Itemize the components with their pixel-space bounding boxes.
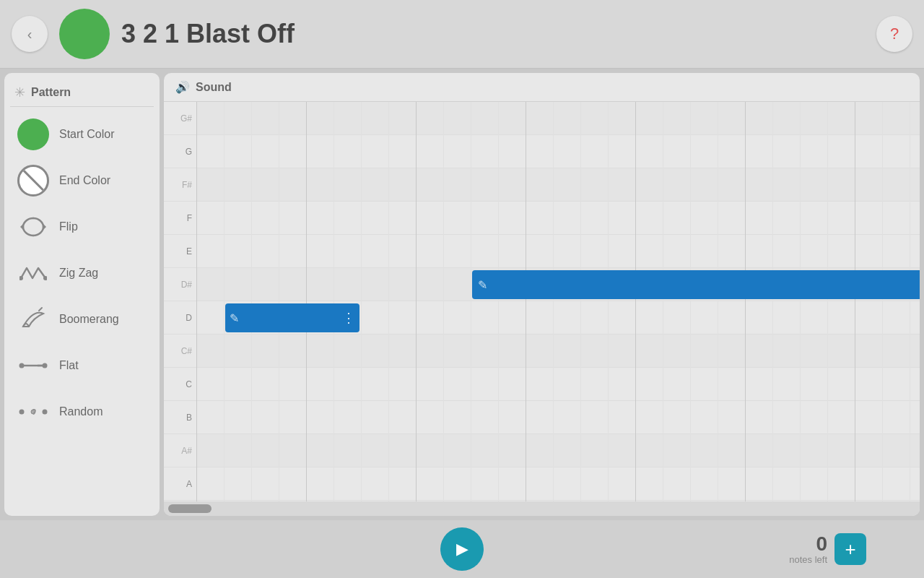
add-button[interactable]: + — [834, 533, 866, 565]
piano-roll: G# G F# F E D# D C# C B A# A ✎ ⋮ ✎ ⋮ — [164, 102, 920, 501]
note-label-csharp: C# — [164, 335, 196, 368]
app-title: 3 2 1 Blast Off — [121, 19, 865, 49]
play-button[interactable]: ▶ — [440, 527, 484, 571]
zigzag-icon — [19, 262, 47, 284]
flat-icon-container — [17, 350, 49, 381]
flip-icon — [20, 214, 46, 240]
sidebar-header: ✳ Pattern — [10, 82, 154, 107]
sidebar-item-flat[interactable]: Flat — [10, 344, 154, 387]
note-pencil-icon: ✎ — [225, 311, 243, 325]
grid-inner: ✎ ⋮ ✎ ⋮ — [196, 102, 920, 501]
grid-row-f — [196, 202, 920, 235]
note-label-asharp: A# — [164, 434, 196, 467]
random-icon-container: ? — [17, 396, 49, 428]
grid-row-gsharp — [196, 102, 920, 135]
sidebar-item-end-color[interactable]: End Color — [10, 159, 154, 202]
note-label-c: C — [164, 368, 196, 401]
random-label: Random — [59, 405, 103, 418]
grid-row-g — [196, 135, 920, 168]
grid-row-e — [196, 235, 920, 268]
grid-row-b — [196, 401, 920, 434]
start-color-icon-container — [17, 118, 49, 150]
sidebar-item-boomerang[interactable]: Boomerang — [10, 298, 154, 341]
svg-point-4 — [19, 363, 25, 368]
note-label-d: D — [164, 301, 196, 335]
app-icon — [59, 9, 110, 59]
grid-row-a — [196, 467, 920, 501]
start-color-label: Start Color — [59, 128, 114, 141]
content-header: 🔊 Sound — [164, 73, 920, 102]
note-block-d[interactable]: ✎ ⋮ — [225, 303, 359, 332]
grid-row-fsharp — [196, 168, 920, 202]
plus-icon: + — [845, 538, 855, 561]
sidebar-section-title: Pattern — [31, 86, 71, 99]
scroll-thumb[interactable] — [168, 504, 212, 513]
zigzag-icon-container — [17, 257, 49, 289]
sidebar-item-start-color[interactable]: Start Color — [10, 113, 154, 156]
boomerang-label: Boomerang — [59, 313, 119, 326]
start-color-circle — [17, 118, 49, 150]
grid-row-c — [196, 368, 920, 401]
note-block-dsharp[interactable]: ✎ ⋮ — [472, 270, 920, 299]
notes-count-label: notes left — [789, 554, 827, 565]
note-label-a: A — [164, 467, 196, 501]
sidebar-item-zig-zag[interactable]: Zig Zag — [10, 251, 154, 295]
sun-icon: ✳ — [14, 85, 25, 100]
end-color-circle — [17, 165, 49, 197]
sidebar-item-random[interactable]: ? Random — [10, 390, 154, 434]
note-label-dsharp: D# — [164, 268, 196, 301]
svg-text:?: ? — [32, 407, 36, 416]
main-area: ✳ Pattern Start Color End Color — [0, 69, 924, 520]
scroll-bar — [164, 501, 920, 516]
back-icon: ‹ — [27, 26, 32, 43]
end-color-icon-container — [17, 165, 49, 197]
sound-icon: 🔊 — [175, 80, 190, 94]
flip-icon-container — [17, 211, 49, 243]
note-label-f: F — [164, 202, 196, 235]
back-button[interactable]: ‹ — [12, 16, 48, 52]
note-drag-handle[interactable]: ⋮ — [342, 310, 355, 326]
svg-marker-1 — [43, 224, 46, 230]
flat-label: Flat — [59, 359, 79, 372]
notes-count-number: 0 — [789, 534, 827, 554]
sidebar: ✳ Pattern Start Color End Color — [4, 73, 160, 516]
content-header-title: Sound — [196, 81, 232, 94]
play-icon: ▶ — [456, 540, 468, 558]
note-label-b: B — [164, 401, 196, 434]
note-labels: G# G F# F E D# D C# C B A# A — [164, 102, 196, 501]
note-label-fsharp: F# — [164, 168, 196, 202]
app-header: ‹ 3 2 1 Blast Off ? — [0, 0, 924, 69]
random-icon: ? — [19, 405, 48, 419]
note-label-g: G — [164, 135, 196, 168]
svg-point-11 — [43, 410, 48, 415]
svg-point-7 — [43, 363, 48, 368]
question-icon: ? — [890, 25, 899, 43]
boomerang-icon — [19, 306, 48, 332]
flip-label: Flip — [59, 220, 78, 233]
svg-point-8 — [19, 410, 25, 415]
grid-row-csharp — [196, 335, 920, 368]
notes-count-display: 0 notes left — [789, 534, 827, 565]
notes-counter: 0 notes left + — [789, 533, 866, 565]
grid-area[interactable]: ✎ ⋮ ✎ ⋮ — [196, 102, 920, 501]
sidebar-item-flip[interactable]: Flip — [10, 205, 154, 249]
help-button[interactable]: ? — [876, 16, 912, 52]
svg-marker-0 — [20, 224, 23, 230]
note-label-e: E — [164, 235, 196, 268]
end-color-label: End Color — [59, 174, 110, 187]
grid-row-asharp — [196, 434, 920, 467]
note-pencil-icon-2: ✎ — [472, 278, 493, 292]
flat-icon — [19, 358, 48, 373]
content-area: 🔊 Sound G# G F# F E D# D C# C B A# A — [164, 73, 920, 516]
footer: ▶ 0 notes left + — [0, 520, 924, 578]
zigzag-label: Zig Zag — [59, 267, 98, 280]
note-label-gsharp: G# — [164, 102, 196, 135]
boomerang-icon-container — [17, 303, 49, 335]
